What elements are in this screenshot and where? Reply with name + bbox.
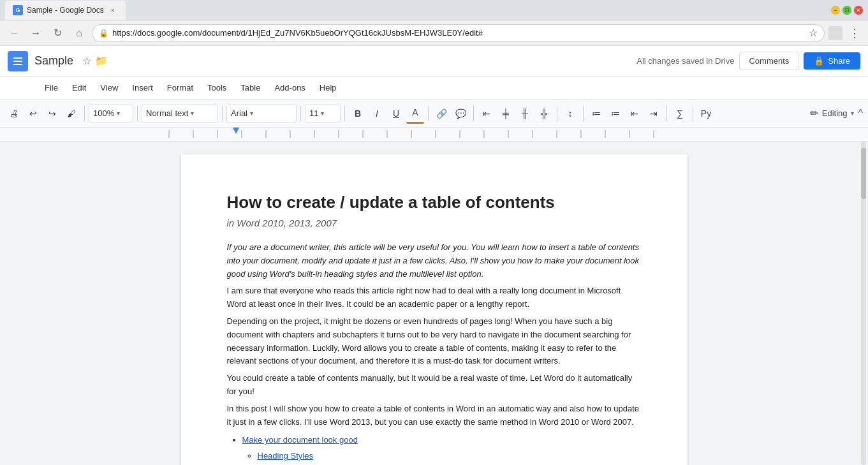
active-tab[interactable]: G Sample - Google Docs × <box>5 1 126 20</box>
separator-4 <box>300 106 301 121</box>
scrollbar-track[interactable] <box>861 142 866 465</box>
lock-icon: 🔒 <box>99 29 108 38</box>
font-size-select[interactable]: 11 ▾ <box>305 105 341 122</box>
scrollbar[interactable] <box>858 142 868 465</box>
style-value: Normal text <box>146 108 188 118</box>
intro-paragraph: If you are a document writer, this artic… <box>227 241 642 281</box>
docs-appbar: Sample ☆ 📁 All changes saved in Drive Co… <box>0 46 868 77</box>
undo-button[interactable]: ↩ <box>24 103 42 124</box>
minimize-button[interactable]: − <box>831 6 840 15</box>
doc-subtitle: in Word 2010, 2013, 2007 <box>227 218 642 228</box>
align-center-button[interactable]: ╪ <box>497 103 515 124</box>
redo-button[interactable]: ↪ <box>43 103 61 124</box>
style-select[interactable]: Normal text ▾ <box>142 105 218 122</box>
separator-7 <box>473 106 474 121</box>
bullet-list: Make your document look good Heading Sty… <box>242 434 642 465</box>
browser-menu-button[interactable]: ⋮ <box>846 26 863 40</box>
print-button[interactable]: 🖨 <box>5 103 23 124</box>
extension-icon-1[interactable] <box>828 26 842 40</box>
home-button[interactable]: ⌂ <box>70 24 88 42</box>
menu-tools[interactable]: Tools <box>201 80 233 95</box>
separator-1 <box>84 106 85 121</box>
separator-2 <box>137 106 138 121</box>
back-button[interactable]: ← <box>5 24 23 42</box>
document-wrapper[interactable]: How to create / update a table of conten… <box>10 142 858 465</box>
menubar: File Edit View Insert Format Tools Table… <box>0 77 868 100</box>
tab-close-button[interactable]: × <box>108 5 118 15</box>
numbered-list-button[interactable]: ≔ <box>587 103 605 124</box>
reload-button[interactable]: ↻ <box>48 24 66 42</box>
paragraph-3: You could create a table of contents man… <box>227 372 642 399</box>
address-bar[interactable]: 🔒 https://docs.google.com/document/d/1Hj… <box>92 24 825 42</box>
zoom-select[interactable]: 100% ▾ <box>89 105 133 122</box>
separator-3 <box>222 106 223 121</box>
formula-button[interactable]: ∑ <box>671 103 689 124</box>
hamburger-menu-button[interactable] <box>8 51 28 71</box>
share-button[interactable]: 🔒 Share <box>804 52 860 70</box>
separator-9 <box>583 106 584 121</box>
menu-format[interactable]: Format <box>161 80 200 95</box>
menu-file[interactable]: File <box>38 80 64 95</box>
align-justify-button[interactable]: ╬ <box>535 103 553 124</box>
star-icon[interactable]: ☆ <box>82 55 91 67</box>
hamburger-icon <box>13 57 22 65</box>
doc-body: If you are a document writer, this artic… <box>227 241 642 465</box>
separator-8 <box>557 106 557 121</box>
close-button[interactable]: ✕ <box>854 6 863 15</box>
share-label: Share <box>828 56 850 66</box>
maximize-button[interactable]: □ <box>842 6 851 15</box>
url-text: https://docs.google.com/document/d/1HjEd… <box>112 28 805 38</box>
italic-button[interactable]: I <box>368 103 386 124</box>
menu-insert[interactable]: Insert <box>126 80 159 95</box>
increase-indent-button[interactable]: ⇥ <box>645 103 663 124</box>
align-right-button[interactable]: ╫ <box>516 103 534 124</box>
addressbar-row: ← → ↻ ⌂ 🔒 https://docs.google.com/docume… <box>0 20 868 46</box>
comments-button[interactable]: Comments <box>739 52 798 70</box>
underline-button[interactable]: U <box>387 103 405 124</box>
paragraph-2: Depending on the project, it might be do… <box>227 315 642 368</box>
separator-11 <box>693 106 693 121</box>
document-page: How to create / update a table of conten… <box>181 154 688 465</box>
insert-link-button[interactable]: 🔗 <box>432 103 450 124</box>
font-size-value: 11 <box>309 108 318 118</box>
insert-comment-button[interactable]: 💬 <box>452 103 469 124</box>
ruler-svg <box>0 128 868 142</box>
toolbar: 🖨 ↩ ↪ 🖌 100% ▾ Normal text ▾ Arial ▾ 11 … <box>0 100 868 128</box>
align-left-button[interactable]: ⇤ <box>478 103 496 124</box>
font-chevron-icon: ▾ <box>250 110 253 117</box>
folder-icon[interactable]: 📁 <box>95 55 108 67</box>
editing-chevron-icon[interactable]: ▾ <box>851 110 854 117</box>
bookmark-icon[interactable]: ☆ <box>809 27 818 39</box>
text-color-button[interactable]: A <box>406 103 424 124</box>
python-label: Py <box>701 108 711 119</box>
doc-title: Sample <box>34 54 73 68</box>
tab-favicon: G <box>13 5 23 15</box>
tab-title: Sample - Google Docs <box>27 6 104 15</box>
decrease-indent-button[interactable]: ⇤ <box>626 103 644 124</box>
bold-button[interactable]: B <box>349 103 367 124</box>
list-item-1-link[interactable]: Make your document look good <box>242 435 358 445</box>
paragraph-4: In this post I will show you how to crea… <box>227 402 642 429</box>
content-area: How to create / update a table of conten… <box>0 142 868 465</box>
sub-list-item-1: Heading Styles <box>258 450 642 463</box>
bullet-list-button[interactable]: ≔ <box>607 103 624 124</box>
menu-view[interactable]: View <box>94 80 124 95</box>
paint-format-button[interactable]: 🖌 <box>63 103 80 124</box>
titlebar: G Sample - Google Docs × − □ ✕ <box>0 0 868 20</box>
title-icon-group: ☆ 📁 <box>82 55 108 67</box>
menu-edit[interactable]: Edit <box>66 80 92 95</box>
python-button[interactable]: Py <box>697 103 715 124</box>
forward-button[interactable]: → <box>27 24 45 42</box>
sub-list-item-1-link[interactable]: Heading Styles <box>258 451 313 461</box>
menu-addons[interactable]: Add-ons <box>268 80 311 95</box>
appbar-right: All changes saved in Drive Comments 🔒 Sh… <box>636 52 860 70</box>
line-spacing-button[interactable]: ↕ <box>561 103 579 124</box>
font-select[interactable]: Arial ▾ <box>226 105 297 122</box>
scrollbar-thumb[interactable] <box>861 148 866 199</box>
menu-help[interactable]: Help <box>313 80 343 95</box>
collapse-toolbar-button[interactable]: ^ <box>858 108 863 119</box>
menu-table[interactable]: Table <box>234 80 267 95</box>
left-gutter <box>0 142 10 465</box>
share-lock-icon: 🔒 <box>814 56 824 66</box>
separator-5 <box>344 106 345 121</box>
